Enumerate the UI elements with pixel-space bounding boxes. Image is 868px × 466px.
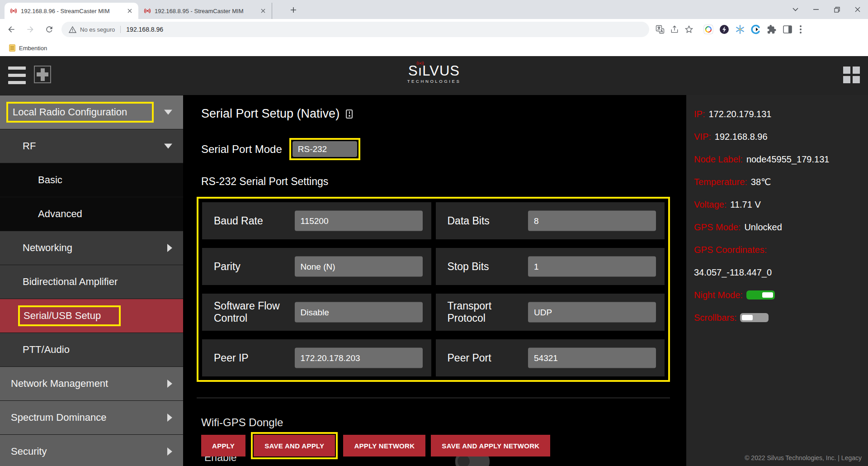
- serial-device-icon[interactable]: [346, 109, 353, 119]
- c-extension-icon[interactable]: [751, 24, 761, 34]
- apply-button[interactable]: APPLY: [201, 435, 245, 456]
- add-node-icon[interactable]: [34, 66, 51, 83]
- dashboard-grid-icon[interactable]: [843, 67, 860, 83]
- new-tab-button[interactable]: [287, 4, 300, 16]
- sidebar-item-label: Network Management: [11, 378, 108, 389]
- vip-value: 192.168.8.96: [715, 131, 768, 142]
- save-and-apply-button[interactable]: SAVE AND APPLY: [254, 435, 335, 456]
- url-text: 192.168.8.96: [126, 26, 163, 33]
- software-flow-control-input[interactable]: Disable: [295, 302, 423, 323]
- baud-rate-input[interactable]: 115200: [295, 211, 423, 231]
- hamburger-menu-icon[interactable]: [8, 67, 26, 84]
- section-divider: [197, 398, 670, 398]
- back-button[interactable]: [4, 22, 19, 37]
- reload-button[interactable]: [42, 22, 57, 37]
- tab-close-icon[interactable]: [259, 7, 267, 15]
- data-bits-input[interactable]: 8: [528, 211, 656, 231]
- stop-bits-input[interactable]: 1: [528, 257, 656, 277]
- info-row-vip: VIP: 192.168.8.96: [694, 131, 868, 142]
- browser-menu-icon[interactable]: [800, 25, 802, 33]
- lightning-extension-icon[interactable]: [719, 24, 729, 34]
- bookmark-favicon: [9, 44, 15, 52]
- side-panel-icon[interactable]: [783, 24, 793, 34]
- baud-rate-field: Baud Rate 115200: [202, 202, 431, 239]
- stop-bits-label: Stop Bits: [448, 261, 489, 273]
- bookmark-embention[interactable]: Embention: [9, 44, 47, 52]
- browser-tab-1[interactable]: 192.168.8.96 - StreamCaster MIM: [5, 3, 138, 19]
- sidebar-item-network-management[interactable]: Network Management: [0, 366, 183, 400]
- info-row-scrollbars: Scrollbars:: [694, 312, 868, 323]
- chevron-right-icon: [167, 414, 172, 422]
- node-info-panel: IP: 172.20.179.131 VIP: 192.168.8.96 Nod…: [686, 95, 868, 466]
- info-row-gps-coordinates: GPS Coordinates:: [694, 244, 868, 255]
- peer-port-input[interactable]: 54321: [528, 348, 656, 368]
- info-row-gps-mode: GPS Mode: Unlocked: [694, 222, 868, 233]
- sidebar-item-serial-usb-setup[interactable]: Serial/USB Setup: [0, 299, 183, 333]
- chevron-down-icon: [164, 110, 172, 115]
- share-icon[interactable]: [670, 25, 679, 34]
- photos-extension-icon[interactable]: [703, 24, 713, 34]
- gps-mode-value: Unlocked: [744, 222, 782, 233]
- info-row-node-label: Node Label: node45955_179.131: [694, 154, 868, 165]
- save-and-apply-network-button[interactable]: SAVE AND APPLY NETWORK: [431, 435, 550, 456]
- radio-favicon-icon: [144, 7, 151, 14]
- extensions-puzzle-icon[interactable]: [767, 24, 777, 34]
- toggle-knob: [742, 315, 753, 320]
- parity-input[interactable]: None (N): [295, 257, 423, 277]
- sidebar-item-local-radio-configuration[interactable]: Local Radio Configuration: [0, 95, 183, 129]
- browser-toolbar: No es seguro 192.168.8.96: [0, 19, 868, 40]
- sidebar-item-advanced[interactable]: Advanced: [0, 197, 183, 231]
- peer-ip-input[interactable]: 172.20.178.203: [295, 348, 423, 368]
- restore-button[interactable]: [826, 0, 847, 19]
- forward-button[interactable]: [23, 22, 38, 37]
- minimize-button[interactable]: [806, 0, 826, 19]
- logo-antenna-icon: [416, 61, 425, 65]
- tab-close-icon[interactable]: [126, 7, 134, 15]
- chip-divider: [120, 26, 121, 33]
- translate-icon[interactable]: [656, 25, 665, 34]
- ip-value: 172.20.179.131: [708, 109, 771, 119]
- peer-ip-field: Peer IP 172.20.178.203: [202, 339, 431, 376]
- tab-search-chevron-icon[interactable]: [785, 0, 806, 19]
- transport-protocol-input[interactable]: UDP: [528, 302, 656, 323]
- address-bar[interactable]: No es seguro 192.168.8.96: [61, 22, 649, 37]
- bookmark-star-icon[interactable]: [684, 25, 693, 34]
- ip-label: IP:: [694, 109, 705, 119]
- tabs-container: 192.168.8.96 - StreamCaster MIM 192.168.…: [5, 0, 272, 19]
- tab-title: 192.168.8.96 - StreamCaster MIM: [21, 8, 126, 14]
- serial-port-mode-highlight: RS-232: [289, 138, 360, 160]
- sidebar-item-networking[interactable]: Networking: [0, 231, 183, 265]
- snowflake-extension-icon[interactable]: [735, 24, 745, 34]
- gps-mode-label: GPS Mode:: [694, 222, 741, 233]
- wifi-gps-dongle-title: Wifi-GPS Dongle: [201, 416, 283, 429]
- sidebar-item-security[interactable]: Security: [0, 434, 183, 466]
- sidebar-item-label: PTT/Audio: [23, 344, 70, 355]
- not-secure-chip[interactable]: No es seguro: [69, 26, 115, 33]
- peer-port-label: Peer Port: [448, 352, 491, 364]
- serial-port-mode-label: Serial Port Mode: [201, 143, 282, 156]
- sidebar-item-bidirectional-amplifier[interactable]: Bidirectional Amplifier: [0, 265, 183, 299]
- info-row-gps-coordinates-value: 34.057_-118.447_0: [694, 267, 868, 278]
- transport-protocol-field: Transport Protocol UDP: [436, 294, 665, 331]
- apply-network-button[interactable]: APPLY NETWORK: [343, 435, 425, 456]
- apply-button-wrap: APPLY: [201, 435, 245, 456]
- silvus-logo: Sı LVUS TECHNOLOGIES: [407, 64, 461, 84]
- radio-favicon-icon: [10, 7, 17, 14]
- sidebar-item-label: Local Radio Configuration: [13, 106, 127, 118]
- parity-field: Parity None (N): [202, 248, 431, 285]
- data-bits-field: Data Bits 8: [436, 202, 665, 239]
- window-controls: [785, 0, 868, 19]
- chevron-right-icon: [167, 447, 172, 456]
- night-mode-toggle[interactable]: [746, 290, 775, 300]
- serial-port-mode-select[interactable]: RS-232: [292, 141, 357, 157]
- sidebar-item-rf[interactable]: RF: [0, 129, 183, 163]
- close-window-button[interactable]: [847, 0, 868, 19]
- temperature-label: Temperature:: [694, 176, 747, 187]
- sidebar-item-spectrum-dominance[interactable]: Spectrum Dominance: [0, 400, 183, 434]
- sidebar-item-label: Security: [11, 446, 47, 457]
- scrollbars-toggle[interactable]: [740, 313, 769, 322]
- browser-tab-2[interactable]: 192.168.8.95 - StreamCaster MIM: [138, 3, 272, 19]
- streamcaster-browser-window: 192.168.8.96 - StreamCaster MIM 192.168.…: [0, 0, 868, 466]
- sidebar-item-ptt-audio[interactable]: PTT/Audio: [0, 333, 183, 366]
- sidebar-item-basic[interactable]: Basic: [0, 163, 183, 197]
